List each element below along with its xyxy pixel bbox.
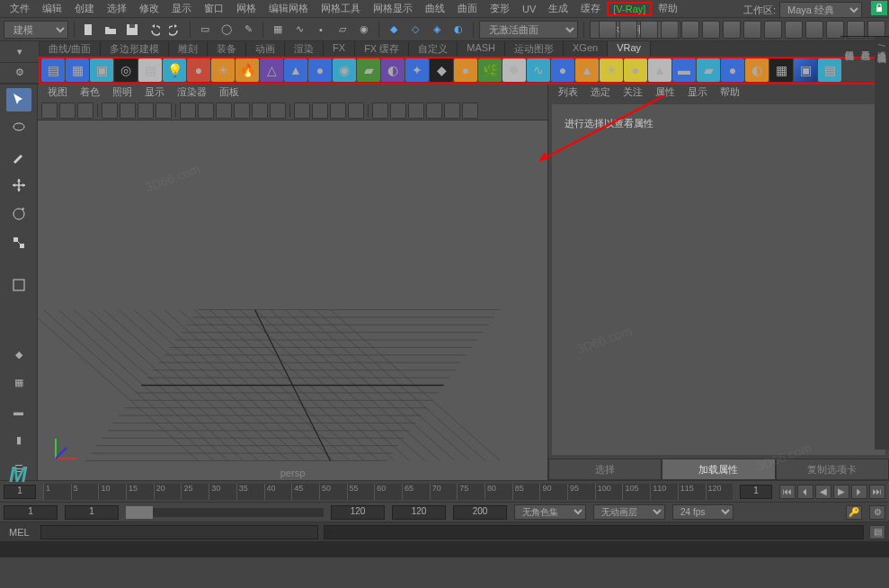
new-scene-icon[interactable] [80, 21, 98, 39]
vray-shelf-icon[interactable]: ● [551, 58, 574, 82]
vray-shelf-icon[interactable]: ◆ [430, 58, 453, 82]
range-end[interactable]: 120 [392, 505, 446, 520]
vray-shelf-icon[interactable]: ▦ [769, 58, 793, 82]
vray-shelf-icon[interactable]: ☀ [600, 58, 623, 82]
paint-select-icon[interactable]: ✎ [239, 21, 257, 39]
vray-shelf-icon[interactable]: ▤ [41, 58, 65, 82]
vp-btn[interactable] [372, 102, 388, 119]
script-editor-icon[interactable]: ▤ [869, 525, 885, 539]
right-tab-modeling[interactable]: 建模工具包 [857, 36, 873, 450]
vp-btn[interactable] [408, 102, 424, 119]
vray-shelf-icon[interactable]: ▰ [357, 58, 380, 82]
vp-btn[interactable] [426, 102, 442, 119]
right-tab-channelbox[interactable]: 通道盒/层编辑器 [873, 36, 889, 450]
vp-btn[interactable] [390, 102, 406, 119]
shelf-tab-xgen[interactable]: XGen [564, 41, 608, 58]
menu-file[interactable]: 文件 [4, 0, 36, 17]
save-scene-icon[interactable] [123, 21, 141, 39]
tb-icon-1[interactable] [599, 21, 617, 39]
menu-deform[interactable]: 变形 [484, 0, 516, 17]
vray-shelf-icon[interactable]: ▲ [575, 58, 599, 82]
tb-icon-7[interactable] [723, 21, 741, 39]
shelf-tab-sculpt[interactable]: 雕刻 [169, 41, 208, 58]
vp-btn[interactable] [348, 102, 364, 119]
vray-shelf-icon[interactable]: ▤ [138, 58, 162, 82]
select-tool-icon[interactable]: ▭ [196, 21, 214, 39]
shelf-tab-render[interactable]: 渲染 [285, 41, 324, 58]
vp-btn[interactable] [312, 102, 328, 119]
attr-menu-focus[interactable]: 关注 [617, 85, 649, 101]
vray-shelf-icon[interactable]: ❄ [502, 58, 526, 82]
vray-shelf-icon[interactable]: ▲ [648, 58, 671, 82]
scale-tool[interactable] [6, 231, 31, 254]
prefs-icon[interactable]: ⚙ [869, 505, 885, 520]
menu-display[interactable]: 显示 [165, 0, 198, 17]
attr-copy-button[interactable]: 复制选项卡 [776, 459, 889, 480]
vp-btn[interactable] [120, 102, 136, 119]
tb-icon-8[interactable] [743, 21, 761, 39]
vp-btn[interactable] [156, 102, 172, 119]
vp-btn[interactable] [234, 102, 250, 119]
menu-generate[interactable]: 生成 [542, 0, 574, 17]
range-bar[interactable] [126, 508, 324, 517]
vray-shelf-icon[interactable]: ▲ [284, 58, 307, 82]
shelf-tab-vray[interactable]: VRay [608, 41, 651, 58]
tb-icon-9[interactable] [764, 21, 782, 39]
vp-btn[interactable] [216, 102, 232, 119]
snap-plane-icon[interactable]: ▱ [333, 21, 351, 39]
vray-shelf-icon[interactable]: △ [260, 58, 283, 82]
open-scene-icon[interactable] [102, 21, 120, 39]
vray-shelf-icon[interactable]: ◉ [333, 58, 356, 82]
shelf-tab-rig[interactable]: 装备 [208, 41, 246, 58]
vray-shelf-icon[interactable]: ● [454, 58, 477, 82]
viewport-3d[interactable]: persp [38, 120, 547, 480]
menu-select[interactable]: 选择 [101, 0, 133, 17]
vp-btn[interactable] [462, 102, 478, 119]
vray-shelf-icon[interactable]: 🔥 [236, 58, 259, 82]
ipr-icon[interactable]: ◇ [406, 21, 424, 39]
range-out[interactable]: 120 [331, 505, 385, 520]
menu-window[interactable]: 窗口 [198, 0, 230, 17]
vray-shelf-icon[interactable]: ● [308, 58, 332, 82]
attr-load-button[interactable]: 加载属性 [662, 459, 775, 480]
menu-help[interactable]: 帮助 [652, 0, 684, 17]
menu-create[interactable]: 创建 [68, 0, 101, 17]
vray-shelf-icon[interactable]: ✦ [405, 58, 429, 82]
vray-shelf-icon[interactable]: ▣ [90, 58, 113, 82]
layout-two-h[interactable]: ▬ [6, 400, 31, 423]
menu-cache[interactable]: 缓存 [574, 0, 607, 17]
shelf-tab-poly[interactable]: 多边形建模 [101, 41, 169, 58]
vp-btn[interactable] [294, 102, 310, 119]
vray-shelf-icon[interactable]: ▤ [818, 58, 841, 82]
menu-uv[interactable]: UV [516, 2, 542, 16]
vp-btn[interactable] [252, 102, 268, 119]
vp-btn[interactable] [41, 102, 58, 119]
menu-mesh-display[interactable]: 网格显示 [367, 0, 419, 17]
move-tool[interactable] [6, 174, 31, 197]
cmd-input[interactable] [40, 525, 318, 539]
play-fwd-icon[interactable]: ▶ [833, 485, 849, 499]
shelf-tab-motion[interactable]: 运动图形 [505, 41, 564, 58]
cmd-lang-label[interactable]: MEL [4, 527, 35, 538]
range-in[interactable]: 1 [65, 505, 119, 520]
play-back-icon[interactable]: ◀ [815, 485, 831, 499]
vp-btn[interactable] [102, 102, 118, 119]
vp-btn[interactable] [77, 102, 93, 119]
vp-menu-view[interactable]: 视图 [41, 85, 74, 101]
goto-start-icon[interactable]: ⏮ [779, 485, 796, 499]
vray-shelf-icon[interactable]: ● [187, 58, 210, 82]
fps-dropdown[interactable]: 24 fps [672, 504, 733, 520]
vray-shelf-icon[interactable]: ◐ [745, 58, 769, 82]
attr-menu-show[interactable]: 显示 [681, 85, 714, 101]
hypershade-icon[interactable]: ◐ [449, 21, 467, 39]
render-settings-icon[interactable]: ◈ [428, 21, 446, 39]
vray-shelf-icon[interactable]: 💡 [163, 58, 186, 82]
attr-menu-help[interactable]: 帮助 [714, 85, 746, 101]
undo-icon[interactable] [145, 21, 163, 39]
goto-end-icon[interactable]: ⏭ [869, 485, 885, 499]
workspace-dropdown[interactable]: Maya 经典 [779, 2, 862, 18]
paint-tool[interactable] [6, 146, 31, 169]
render-icon[interactable]: ◆ [385, 21, 403, 39]
range-start[interactable]: 1 [4, 505, 58, 520]
vray-shelf-icon[interactable]: ∿ [527, 58, 550, 82]
